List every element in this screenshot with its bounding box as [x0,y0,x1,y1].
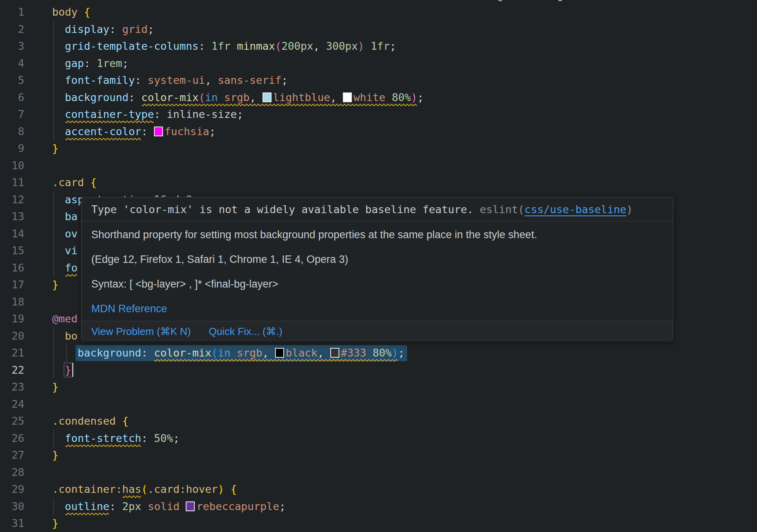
code-token[interactable]: : [109,500,122,512]
line-number[interactable]: 15 [0,242,24,259]
code-token[interactable]: outline [65,500,110,512]
code-line[interactable]: 3 grid-template-columns: 1fr minmax(200p… [0,38,757,55]
code-token[interactable]: , [250,91,263,103]
code-line[interactable]: 22 } [0,362,757,379]
line-number[interactable]: 30 [0,498,24,515]
code-token[interactable]: ; [209,125,216,138]
code-line[interactable]: 9} [0,140,757,157]
code-line[interactable]: 26 font-stretch: 50%; [0,430,757,447]
code-token[interactable]: font-stretch [65,432,141,444]
mdn-reference-link[interactable]: MDN Reference [91,303,167,315]
code-token[interactable]: 1fr [371,40,390,52]
line-number[interactable]: 22 [0,362,24,379]
code-token[interactable]: : [109,23,122,35]
code-token[interactable]: 1fr [211,40,230,52]
code-token[interactable] [52,210,65,223]
code-token[interactable]: rebeccapurple [196,500,279,512]
code-token[interactable]: background [65,91,129,103]
code-line[interactable]: 8 accent-color: fuchsia; [0,123,757,140]
code-token[interactable]: grid [122,23,148,35]
code-token[interactable] [52,347,78,359]
line-number[interactable]: 5 [0,72,24,89]
code-token[interactable] [52,57,65,69]
code-token[interactable] [52,364,65,376]
code-token[interactable]: ( [141,483,148,495]
line-number[interactable]: 23 [0,378,24,396]
line-number[interactable]: 2 [0,21,24,38]
code-token[interactable]: } [52,449,58,461]
line-number[interactable]: 6 [0,89,24,106]
code-token[interactable]: } [52,381,58,393]
quick-fix-link[interactable]: Quick Fix... (⌘.) [209,326,283,338]
code-line[interactable]: 10 [0,157,757,174]
code-line[interactable]: 2 display: grid; [0,21,757,38]
code-token[interactable]: ; [398,347,404,359]
line-number[interactable]: 9 [0,140,24,157]
code-token[interactable]: ( [211,347,217,359]
code-line[interactable]: 24 [0,396,757,413]
code-line[interactable]: 7 container-type: inline-size; [0,106,757,123]
code-token[interactable]: fo [65,262,78,274]
line-number[interactable]: 26 [0,430,24,447]
code-token[interactable] [386,91,392,103]
code-token[interactable]: { [84,6,90,18]
code-token[interactable]: font-family [65,74,135,86]
code-token[interactable]: ) [411,91,417,103]
color-decorator[interactable] [186,501,195,511]
code-token[interactable]: sans-serif [218,74,282,86]
code-token[interactable]: : [129,91,141,103]
code-line[interactable]: 5 font-family: system-ui, sans-serif; [0,72,757,89]
code-line[interactable]: 31} [0,515,757,532]
code-token[interactable]: bo [65,330,78,342]
code-token[interactable]: { [122,415,129,427]
code-token[interactable] [366,347,373,359]
code-token[interactable]: ov [65,228,78,240]
code-line[interactable]: 30 outline: 2px solid rebeccapurple; [0,498,757,515]
code-token[interactable]: , [313,40,326,52]
code-token[interactable]: minmax [237,40,275,52]
line-number[interactable]: 20 [0,328,24,345]
code-line[interactable]: 25.condensed { [0,413,757,430]
view-problem-link[interactable]: View Problem (⌘K N) [91,326,191,338]
code-token[interactable]: .condensed [52,415,122,427]
code-token[interactable]: accent-color [65,125,141,138]
code-token[interactable]: ba [65,210,78,223]
code-token[interactable]: ; [173,432,179,444]
code-token[interactable]: .container: [52,483,122,495]
code-token[interactable]: : [141,125,154,138]
line-number[interactable]: 16 [0,259,24,277]
code-line[interactable]: 27} [0,447,757,464]
line-number[interactable]: 17 [0,276,24,293]
line-number[interactable]: 11 [0,174,24,191]
code-token[interactable]: display [65,23,110,35]
line-number[interactable]: 7 [0,106,24,123]
line-number[interactable]: 12 [0,191,24,208]
code-token[interactable]: lightblue [273,91,330,103]
code-token[interactable]: : [135,74,148,86]
code-token[interactable] [52,40,65,52]
color-decorator[interactable] [343,92,352,102]
code-token[interactable]: system-ui [148,74,205,86]
code-token[interactable]: ; [279,500,286,512]
code-token[interactable]: : [199,40,212,52]
code-token[interactable]: { [91,176,97,188]
code-token[interactable]: , [317,347,330,359]
code-token[interactable] [52,125,65,138]
code-token[interactable] [52,74,65,86]
code-token[interactable] [52,500,65,512]
line-number[interactable]: 28 [0,464,24,481]
code-token[interactable]: ( [199,91,205,103]
code-line[interactable]: 1body { [0,4,757,21]
code-line[interactable]: 4 gap: 1rem; [0,55,757,72]
line-number[interactable]: 25 [0,413,24,430]
code-token[interactable]: 80% [373,347,392,359]
code-token[interactable]: ) [218,483,224,495]
code-line[interactable]: 23} [0,378,757,396]
line-number[interactable]: 4 [0,55,24,72]
code-line[interactable]: 29.container:has(.card:hover) { [0,481,757,498]
code-token[interactable] [52,91,65,103]
code-token[interactable]: } [52,142,58,154]
line-number[interactable]: 19 [0,310,24,328]
code-token[interactable]: #333 [341,347,366,359]
code-token[interactable]: } [52,517,58,529]
